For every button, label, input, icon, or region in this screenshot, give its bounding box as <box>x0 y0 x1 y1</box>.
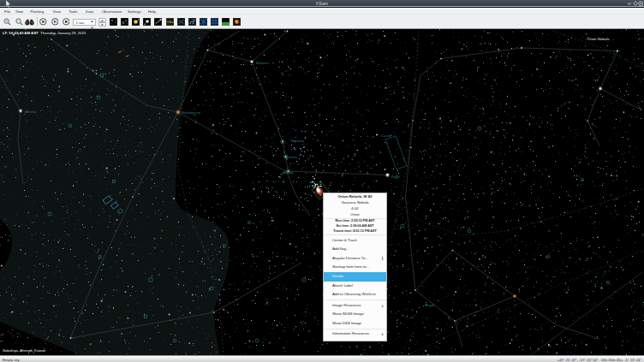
svg-text:Bellatrix: Bellatrix <box>256 61 270 65</box>
svg-text:Alnilam: Alnilam <box>285 155 298 159</box>
svg-text:Mintaka: Mintaka <box>291 139 305 143</box>
svg-text:Alnitak: Alnitak <box>283 170 295 175</box>
svg-text:Betelgeuse: Betelgeuse <box>182 110 201 115</box>
svg-text:Rigel: Rigel <box>391 175 400 179</box>
svg-text:Alhena: Alhena <box>25 110 37 114</box>
svg-text:−: − <box>17 18 20 23</box>
svg-text:+: + <box>5 18 8 23</box>
svg-text:Arneb: Arneb <box>425 303 435 307</box>
svg-text:Obs: Obs <box>166 20 173 24</box>
svg-text:Cursa: Cursa <box>381 134 391 138</box>
svg-text:Orion Nebula: Orion Nebula <box>587 37 610 41</box>
